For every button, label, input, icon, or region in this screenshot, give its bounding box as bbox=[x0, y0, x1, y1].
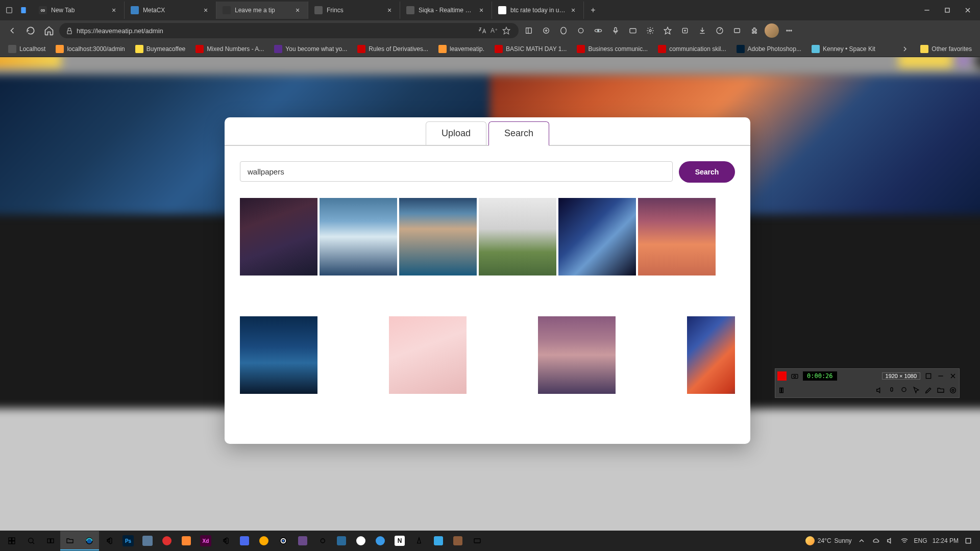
extensions-icon[interactable] bbox=[746, 22, 763, 39]
app-avatar[interactable] bbox=[974, 57, 980, 70]
web-capture-icon[interactable] bbox=[729, 22, 745, 39]
app-cta-button[interactable] bbox=[898, 57, 952, 68]
results-scroll[interactable] bbox=[240, 198, 735, 434]
profile-avatar[interactable] bbox=[764, 22, 780, 39]
app-icon[interactable] bbox=[293, 531, 312, 550]
fullscreen-icon[interactable] bbox=[922, 370, 935, 382]
ext-circle-icon[interactable] bbox=[573, 22, 589, 39]
zoom-in-icon[interactable] bbox=[538, 22, 554, 39]
file-explorer-icon[interactable] bbox=[60, 531, 80, 550]
bookmark-item[interactable]: Business communic... bbox=[573, 42, 652, 56]
close-icon[interactable]: × bbox=[202, 6, 210, 14]
bookmark-item[interactable]: Mixed Numbers - A... bbox=[191, 42, 268, 56]
tab-actions-icon[interactable] bbox=[2, 3, 16, 17]
close-icon[interactable]: × bbox=[293, 6, 302, 14]
app-icon[interactable] bbox=[332, 531, 351, 550]
tab-siqka[interactable]: Siqka - Realtime P2P Cryptocurre× bbox=[400, 2, 492, 19]
bookmark-item[interactable]: communication skil... bbox=[654, 42, 730, 56]
xd-icon[interactable]: Xd bbox=[196, 531, 215, 550]
tab-leavemeatip[interactable]: Leave me a tip× bbox=[216, 2, 308, 19]
close-recorder-icon[interactable] bbox=[947, 370, 959, 382]
wifi-icon[interactable] bbox=[900, 536, 909, 545]
tab-google-search[interactable]: btc rate today in usd - Google Se× bbox=[492, 2, 584, 19]
collections-icon[interactable] bbox=[677, 22, 693, 39]
sidebar-icon[interactable] bbox=[521, 22, 537, 39]
search-input[interactable] bbox=[240, 161, 673, 182]
minimize-recorder-icon[interactable] bbox=[935, 370, 947, 382]
minimize-button[interactable] bbox=[917, 3, 937, 18]
close-window-button[interactable] bbox=[958, 3, 978, 18]
bookmark-item[interactable]: BASIC MATH DAY 1... bbox=[491, 42, 571, 56]
new-tab-button[interactable]: + bbox=[586, 3, 600, 17]
tab-upload[interactable]: Upload bbox=[426, 121, 486, 145]
folder-icon[interactable] bbox=[935, 384, 947, 396]
camera-icon[interactable] bbox=[789, 370, 801, 382]
result-thumbnail[interactable] bbox=[240, 316, 317, 394]
other-favorites-button[interactable]: Other favorites bbox=[916, 42, 976, 56]
app-icon[interactable] bbox=[177, 531, 196, 550]
bookmark-item[interactable]: leavemeatip. bbox=[434, 42, 488, 56]
wallet-icon[interactable] bbox=[625, 22, 641, 39]
close-icon[interactable]: × bbox=[385, 6, 394, 14]
bookmarks-overflow-icon[interactable] bbox=[897, 41, 913, 57]
chrome-icon[interactable] bbox=[274, 531, 293, 550]
app-icon[interactable] bbox=[351, 531, 371, 550]
close-icon[interactable]: × bbox=[477, 6, 485, 14]
result-thumbnail[interactable] bbox=[638, 198, 716, 276]
result-thumbnail[interactable] bbox=[558, 198, 636, 276]
more-menu-icon[interactable] bbox=[781, 22, 797, 39]
vscode-icon[interactable] bbox=[99, 531, 118, 550]
chevron-up-icon[interactable] bbox=[857, 536, 866, 545]
tab-new-tab[interactable]: ∞New Tab× bbox=[33, 2, 125, 19]
result-thumbnail[interactable] bbox=[538, 316, 616, 394]
clock[interactable]: 12:24 PM bbox=[933, 537, 959, 544]
mail-icon[interactable] bbox=[468, 531, 487, 550]
app-icon[interactable] bbox=[138, 531, 157, 550]
downloads-icon[interactable] bbox=[694, 22, 710, 39]
workspace-icon[interactable] bbox=[16, 3, 31, 17]
volume-icon[interactable] bbox=[886, 536, 895, 545]
address-bar[interactable]: https://leavemeatip.net/admin A⁺ bbox=[59, 23, 519, 38]
result-thumbnail[interactable] bbox=[320, 198, 397, 276]
result-thumbnail[interactable] bbox=[389, 316, 467, 394]
photoshop-icon[interactable]: Ps bbox=[118, 531, 138, 550]
draw-icon[interactable] bbox=[922, 384, 935, 396]
result-thumbnail[interactable] bbox=[479, 198, 556, 276]
text-size-icon[interactable]: A⁺ bbox=[488, 24, 500, 37]
tab-metacx[interactable]: MetaCX× bbox=[125, 2, 216, 19]
bookmark-item[interactable]: Adobe Photoshop... bbox=[732, 42, 805, 56]
mic-icon[interactable] bbox=[886, 384, 898, 396]
app-icon[interactable] bbox=[448, 531, 468, 550]
bookmark-item[interactable]: Rules of Derivatives... bbox=[353, 42, 432, 56]
app-icon[interactable] bbox=[235, 531, 254, 550]
app-icon[interactable] bbox=[371, 531, 390, 550]
maximize-button[interactable] bbox=[937, 3, 958, 18]
home-button[interactable] bbox=[41, 22, 57, 39]
close-icon[interactable]: × bbox=[110, 6, 118, 14]
close-icon[interactable]: × bbox=[569, 6, 577, 14]
screen-recorder-widget[interactable]: 0:00:26 980 × 551 bbox=[775, 368, 960, 398]
pause-icon[interactable] bbox=[775, 384, 788, 396]
app-icon[interactable] bbox=[254, 531, 274, 550]
bookmark-item[interactable]: localhost:3000/admin bbox=[52, 42, 129, 56]
ext-react-icon[interactable] bbox=[590, 22, 606, 39]
app-icon-button[interactable] bbox=[958, 57, 969, 66]
result-thumbnail[interactable] bbox=[687, 316, 735, 394]
microphone-icon[interactable] bbox=[607, 22, 624, 39]
favorite-star-icon[interactable] bbox=[500, 24, 512, 37]
settings-gear-icon[interactable] bbox=[642, 22, 658, 39]
cursor-icon[interactable] bbox=[910, 384, 922, 396]
bookmark-item[interactable]: Buymeacoffee bbox=[131, 42, 190, 56]
back-button[interactable] bbox=[4, 22, 20, 39]
vlc-icon[interactable] bbox=[409, 531, 429, 550]
tab-search[interactable]: Search bbox=[488, 121, 549, 146]
favorites-icon[interactable] bbox=[659, 22, 676, 39]
ext-opera-icon[interactable] bbox=[555, 22, 572, 39]
bookmark-item[interactable]: Kenney • Space Kit bbox=[807, 42, 879, 56]
webcam-icon[interactable] bbox=[898, 384, 910, 396]
speaker-icon[interactable] bbox=[873, 384, 886, 396]
onedrive-icon[interactable] bbox=[871, 536, 880, 545]
performance-icon[interactable] bbox=[712, 22, 728, 39]
visual-studio-icon[interactable] bbox=[215, 531, 235, 550]
edge-browser-icon[interactable] bbox=[80, 531, 99, 550]
